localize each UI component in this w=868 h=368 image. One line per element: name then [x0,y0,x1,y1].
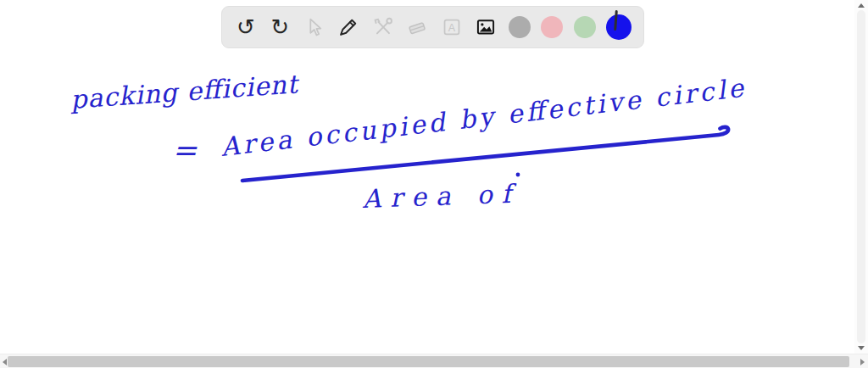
color-swatch-pink[interactable] [541,16,563,38]
cursor-icon [303,17,325,38]
insert-image-button[interactable] [474,14,498,40]
text-tool-button[interactable]: A [440,14,464,40]
vertical-scroll-thumb[interactable] [857,10,865,343]
undo-button[interactable]: ↺ [234,14,258,40]
ink-layer: packing efficient = Area occupied by eff… [0,0,868,368]
handwriting-denominator: Area of [361,179,518,214]
select-tool-button[interactable] [303,14,326,40]
vertical-scrollbar[interactable] [854,0,868,354]
pen-tool-button[interactable] [337,14,360,40]
ink-stroke-artifact [614,10,617,31]
scroll-right-arrow-icon[interactable] [860,359,865,365]
scroll-left-arrow-icon[interactable] [3,359,7,365]
whiteboard-page: packing efficient = Area occupied by eff… [0,0,868,368]
eraser-tool-button[interactable] [405,14,429,40]
handwriting-equals-sign: = [172,133,198,167]
image-icon [475,16,497,38]
text-tool-icon: A [441,16,463,38]
horizontal-scrollbar[interactable] [0,354,868,368]
eraser-icon [406,16,428,38]
pen-icon [337,16,359,38]
color-swatch-blue[interactable] [606,14,632,40]
scroll-up-arrow-icon[interactable] [858,3,865,8]
tools-icon [372,16,394,38]
handwriting-dot [516,173,520,177]
svg-text:A: A [448,22,456,34]
drawing-canvas[interactable]: packing efficient = Area occupied by eff… [0,0,868,368]
drawing-toolbar: ↺ ↻ [221,6,644,48]
redo-button[interactable]: ↻ [268,14,292,40]
color-swatch-green[interactable] [574,16,596,38]
redo-icon: ↻ [271,16,290,38]
scroll-down-arrow-icon[interactable] [858,346,865,350]
horizontal-scroll-thumb[interactable] [8,356,849,367]
handwriting-title: packing efficient [69,69,301,114]
handwriting-numerator: Area occupied by effective circle [219,73,747,162]
color-swatch-gray[interactable] [509,16,531,38]
undo-icon: ↺ [236,16,255,38]
tools-button[interactable] [371,14,395,40]
